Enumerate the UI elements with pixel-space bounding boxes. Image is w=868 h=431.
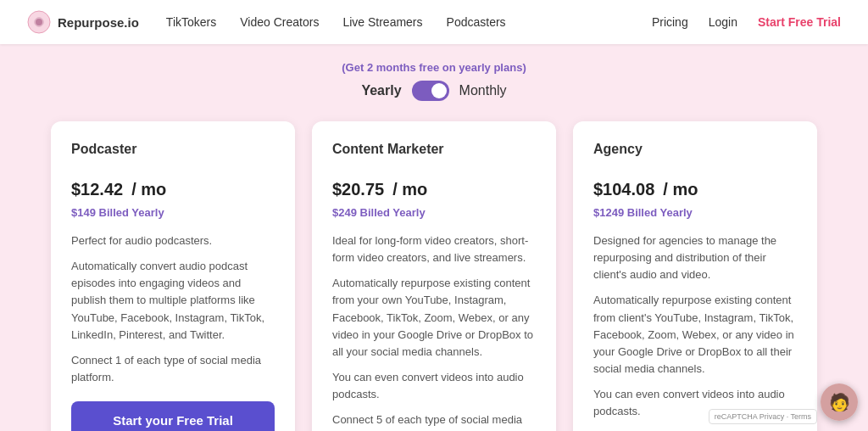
toggle-row: Yearly Monthly	[51, 81, 817, 101]
nav-login[interactable]: Login	[709, 15, 737, 29]
chat-avatar: 🧑	[821, 383, 858, 421]
svg-point-1	[36, 19, 42, 25]
nav-logo-text: Repurpose.io	[58, 15, 139, 30]
podcaster-cta-button[interactable]: Start your Free Trial	[71, 401, 275, 431]
agency-desc1: Designed for agencies to manage the repu…	[593, 232, 797, 283]
content-marketer-desc3: You can even convert videos into audio p…	[332, 369, 536, 403]
toggle-section: (Get 2 months free on yearly plans) Year…	[51, 61, 817, 101]
nav-logo[interactable]: Repurpose.io	[27, 10, 139, 34]
nav-right: Pricing Login Start Free Trial	[652, 15, 841, 29]
nav-links: TikTokers Video Creators Live Streamers …	[166, 15, 652, 29]
podcaster-desc2: Automatically convert audio podcast epis…	[71, 258, 275, 344]
navbar: Repurpose.io TikTokers Video Creators Li…	[0, 0, 868, 44]
billing-toggle[interactable]	[412, 81, 449, 101]
agency-card: Agency $104.08 / mo $1249 Billed Yearly …	[573, 121, 817, 431]
podcaster-desc1: Perfect for audio podcasters.	[71, 232, 275, 249]
recaptcha-badge: reCAPTCHA Privacy · Terms	[709, 409, 817, 424]
nav-live-streamers[interactable]: Live Streamers	[342, 15, 422, 29]
podcaster-title: Podcaster	[71, 142, 275, 157]
recaptcha-text: reCAPTCHA Privacy · Terms	[715, 412, 811, 421]
nav-video-creators[interactable]: Video Creators	[240, 15, 319, 29]
nav-pricing[interactable]: Pricing	[652, 15, 688, 29]
monthly-label: Monthly	[459, 83, 507, 98]
nav-podcasters[interactable]: Podcasters	[447, 15, 506, 29]
yearly-label: Yearly	[361, 83, 401, 98]
promo-text: (Get 2 months free on yearly plans)	[51, 61, 817, 74]
content-marketer-title: Content Marketer	[332, 142, 536, 157]
content-marketer-desc4: Connect 5 of each type of social media p…	[332, 411, 536, 431]
content-marketer-billing: $249 Billed Yearly	[332, 206, 536, 219]
repurpose-logo-icon	[27, 10, 51, 34]
podcaster-desc3: Connect 1 of each type of social media p…	[71, 352, 275, 386]
podcaster-price: $12.42 / mo	[71, 167, 275, 203]
main-content: (Get 2 months free on yearly plans) Year…	[0, 44, 868, 431]
agency-desc2: Automatically repurpose existing content…	[593, 292, 797, 378]
nav-start-free-trial[interactable]: Start Free Trial	[758, 15, 841, 29]
toggle-knob	[431, 83, 447, 98]
nav-tiktokers[interactable]: TikTokers	[166, 15, 216, 29]
podcaster-card: Podcaster $12.42 / mo $149 Billed Yearly…	[51, 121, 295, 431]
content-marketer-desc2: Automatically repurpose existing content…	[332, 275, 536, 361]
podcaster-billing: $149 Billed Yearly	[71, 206, 275, 219]
content-marketer-card: Content Marketer $20.75 / mo $249 Billed…	[312, 121, 556, 431]
agency-price: $104.08 / mo	[593, 167, 797, 203]
agency-title: Agency	[593, 142, 797, 157]
agency-billing: $1249 Billed Yearly	[593, 206, 797, 219]
chat-widget[interactable]: 🧑	[821, 383, 858, 421]
pricing-cards: Podcaster $12.42 / mo $149 Billed Yearly…	[51, 121, 817, 431]
content-marketer-desc1: Ideal for long-form video creators, shor…	[332, 232, 536, 266]
content-marketer-price: $20.75 / mo	[332, 167, 536, 203]
